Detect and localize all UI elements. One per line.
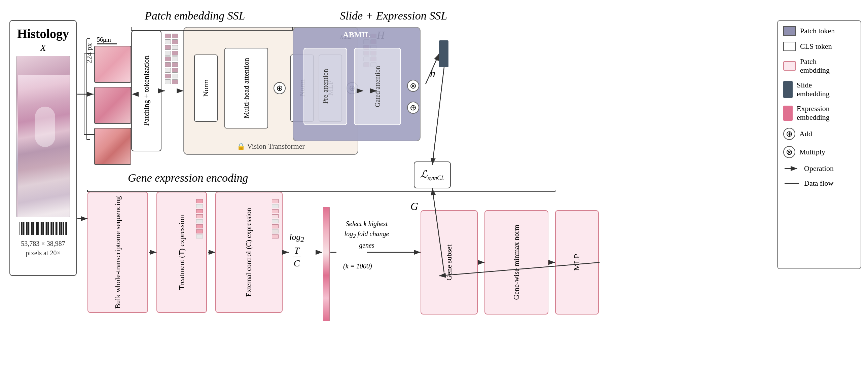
gene-subset-box: Gene subset	[421, 210, 478, 314]
legend-patch-token: Patch token	[783, 26, 855, 36]
gene-encoding-title: Gene expression encoding	[128, 172, 248, 184]
k-value-text: (k = 1000)	[343, 263, 372, 270]
bulk-seq-box: Bulk whole-transcriptome sequencing	[88, 192, 148, 313]
legend-multiply-label: Multiply	[799, 148, 825, 156]
legend-slide-embed: Slideembedding	[783, 81, 855, 98]
legend-expr-embed: Expressionembedding	[783, 104, 855, 122]
mult-circle-abmil: ⊗	[407, 80, 419, 92]
slide-ssl-title: Slide + Expression SSL	[340, 9, 447, 22]
loss-box: ℒsymCL	[414, 161, 451, 188]
histology-caption: 53,783 × 38,987 pixels at 20×	[21, 239, 65, 258]
patching-label: Patching + tokenization	[142, 56, 151, 126]
legend-patch-embed-label: Patchembdding	[800, 57, 830, 75]
cls-token-icon	[783, 42, 796, 51]
operation-arrow-icon	[783, 165, 800, 172]
svg-line-27	[432, 67, 444, 165]
mult-icon: ⊗	[783, 146, 795, 158]
gated-attention-box: Gated attention	[354, 48, 401, 125]
histology-box: Histology X	[9, 20, 77, 276]
legend-patch-token-label: Patch token	[800, 27, 835, 35]
legend-cls-token-label: CLS token	[800, 42, 832, 51]
dataflow-line-icon	[783, 180, 800, 187]
treatment-box: Treatment (T) expression	[156, 192, 207, 313]
legend-operation-label: Operation	[804, 164, 834, 173]
legend-operation: Operation	[783, 164, 855, 173]
patch-3	[94, 128, 131, 165]
legend-add-label: Add	[799, 129, 812, 138]
main-container: Patch embedding SSL Slide + Expression S…	[0, 0, 868, 368]
legend-slide-embed-label: Slideembedding	[797, 81, 830, 98]
abmil-box: ABMIL Pre-attention Gated attention ⊗ ⊕	[293, 27, 421, 141]
G-label: G	[410, 200, 418, 213]
legend-patch-embed: Patchembdding	[783, 57, 855, 75]
legend-multiply: ⊗ Multiply	[783, 146, 855, 158]
slide-embed-icon	[783, 81, 793, 98]
external-control-box: External control (C) expression	[215, 192, 283, 313]
loss-label: ℒsymCL	[420, 168, 444, 182]
patch-ssl-title: Patch embedding SSL	[145, 9, 245, 22]
legend-expr-embed-label: Expressionembedding	[797, 104, 830, 122]
add-circle-1: ⊕	[274, 82, 286, 94]
expr-embed-icon	[783, 105, 793, 121]
patch-token-icon	[783, 26, 796, 36]
add-icon: ⊕	[783, 128, 795, 140]
vit-label: 🔒 Vision Transformer	[237, 142, 305, 151]
patch-embed-icon	[783, 61, 796, 71]
patch-2	[94, 87, 131, 124]
legend-add: ⊕ Add	[783, 128, 855, 140]
histology-slide	[16, 56, 70, 217]
slide-embedding-rect	[439, 40, 448, 67]
scale-bar-area: 56μm	[94, 36, 131, 44]
abmil-label: ABMIL	[343, 30, 370, 39]
legend-box: Patch token CLS token Patchembdding Slid…	[777, 20, 861, 269]
patch-1	[94, 46, 131, 83]
loss-subscript: symCL	[428, 175, 444, 181]
log2-result-bar	[323, 207, 330, 321]
legend-cls-token: CLS token	[783, 42, 855, 51]
legend-dataflow-label: Data flow	[804, 179, 833, 188]
histology-x-label: X	[40, 42, 46, 53]
histology-title: Histology	[17, 26, 69, 41]
norm-box-1: Norm	[194, 55, 218, 122]
px-label: 224 px	[85, 43, 94, 64]
patches-area: 56μm	[94, 36, 131, 165]
select-k-text: Select k highestlog2 fold changegenes	[336, 219, 397, 250]
gene-wise-norm-box: Gene-wise minmax norm	[485, 210, 548, 314]
log2-fraction: log2 T C	[289, 232, 304, 269]
mha-box: Multi-head attention	[224, 48, 268, 128]
embed-strips-in	[165, 34, 178, 84]
mlp-gene-box: MLP	[555, 210, 599, 314]
histology-barcode	[16, 220, 70, 237]
pre-attention-box: Pre-attention	[304, 48, 347, 125]
patching-tokenization-box: Patching + tokenization	[131, 30, 161, 151]
h-out-label: h	[430, 67, 435, 80]
add-circle-abmil: ⊕	[407, 101, 419, 114]
scale-bar-label: 56μm	[97, 36, 111, 43]
legend-dataflow: Data flow	[783, 179, 855, 188]
